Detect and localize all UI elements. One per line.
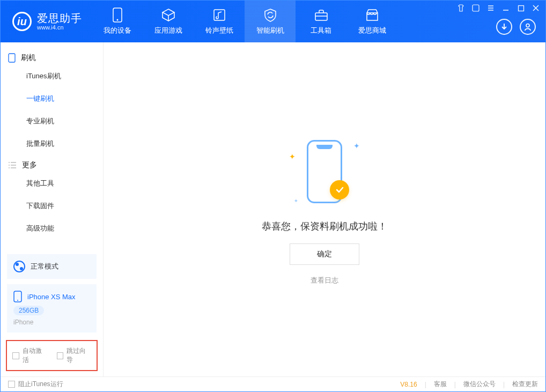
device-card[interactable]: iPhone XS Max 256GB iPhone [7,284,97,332]
download-button[interactable] [496,19,512,35]
list-icon [8,161,17,169]
flash-options: 自动激活 跳过向导 [6,340,98,371]
checkbox-icon [12,352,19,359]
block-itunes-checkbox[interactable]: 阻止iTunes运行 [8,380,63,389]
tab-store[interactable]: 爱思商城 [346,1,397,42]
app-subtitle: www.i4.cn [37,25,82,31]
refresh-shield-icon [263,8,278,23]
tab-flash[interactable]: 智能刷机 [245,1,296,42]
sidebar-item-batch-flash[interactable]: 批量刷机 [1,132,103,155]
check-badge-icon [330,180,349,199]
checkbox-icon [57,352,64,359]
main-content: ✦ ✦ + 恭喜您，保资料刷机成功啦！ 确定 查看日志 [104,42,545,376]
tab-apps[interactable]: 应用游戏 [143,1,194,42]
tab-ringtones[interactable]: 铃声壁纸 [194,1,245,42]
phone-icon [110,8,125,23]
svg-rect-5 [518,5,523,11]
tab-my-device[interactable]: 我的设备 [92,1,143,42]
window-controls [456,4,540,12]
mode-card[interactable]: 正常模式 [7,254,97,279]
sparkle-icon: + [294,198,298,204]
device-name: iPhone XS Max [27,293,76,301]
tab-label: 智能刷机 [256,26,284,35]
svg-point-9 [17,300,18,301]
store-icon [365,8,380,23]
tshirt-icon[interactable] [456,4,465,12]
toolbox-icon [314,8,329,23]
device-type: iPhone [13,319,90,326]
user-button[interactable] [520,19,536,35]
success-message: 恭喜您，保资料刷机成功啦！ [262,220,387,233]
svg-rect-2 [214,10,225,20]
capacity-badge: 256GB [13,306,44,315]
auto-activate-checkbox[interactable]: 自动激活 [12,346,47,365]
svg-rect-4 [473,5,479,11]
maximize-icon[interactable] [517,4,525,12]
mode-icon [13,261,25,272]
close-icon[interactable] [532,4,540,12]
mode-label: 正常模式 [31,262,58,271]
logo: iu 爱思助手 www.i4.cn [1,1,92,42]
app-header: iu 爱思助手 www.i4.cn 我的设备 应用游戏 铃声壁纸 智能刷机 工具… [1,1,545,42]
sidebar-item-advanced[interactable]: 高级功能 [1,217,103,240]
sidebar-item-download-firmware[interactable]: 下载固件 [1,195,103,217]
view-log-link[interactable]: 查看日志 [311,276,338,285]
sidebar-item-pro-flash[interactable]: 专业刷机 [1,110,103,132]
sidebar-item-itunes-flash[interactable]: iTunes刷机 [1,65,103,87]
feedback-icon[interactable] [471,4,480,12]
wechat-link[interactable]: 微信公众号 [463,380,496,389]
logo-icon: iu [12,12,32,31]
header-actions [496,19,536,35]
sidebar-item-other-tools[interactable]: 其他工具 [1,172,103,195]
sidebar-group-flash: 刷机 [1,48,103,65]
version-label: V8.16 [400,381,417,388]
sidebar-group-more: 更多 [1,155,103,172]
music-icon [212,8,227,23]
tab-label: 爱思商城 [358,26,386,35]
minimize-icon[interactable] [501,4,510,12]
sparkle-icon: ✦ [289,152,296,161]
main-tabs: 我的设备 应用游戏 铃声壁纸 智能刷机 工具箱 爱思商城 [92,1,397,42]
tab-label: 工具箱 [311,26,331,35]
menu-icon[interactable] [486,4,495,12]
svg-point-1 [116,19,118,21]
footer: 阻止iTunes运行 V8.16 | 客服 | 微信公众号 | 检查更新 [1,376,545,391]
tab-label: 铃声壁纸 [205,26,233,35]
sparkle-icon: ✦ [353,142,360,150]
svg-rect-3 [315,13,327,20]
svg-rect-7 [9,54,15,62]
phone-small-icon [8,53,16,63]
tab-label: 应用游戏 [154,26,182,35]
cube-icon [161,8,176,23]
tab-toolbox[interactable]: 工具箱 [296,1,346,42]
sidebar: 刷机 iTunes刷机 一键刷机 专业刷机 批量刷机 更多 其他工具 下载固件 … [1,42,104,376]
success-illustration: ✦ ✦ + [271,134,378,209]
skip-wizard-checkbox[interactable]: 跳过向导 [57,346,92,365]
svg-point-6 [526,24,529,27]
checkbox-icon [8,381,15,388]
device-panel: 正常模式 iPhone XS Max 256GB iPhone [1,249,103,338]
ok-button[interactable]: 确定 [290,243,359,265]
device-icon [13,291,22,302]
sidebar-item-oneclick-flash[interactable]: 一键刷机 [1,87,103,110]
tab-label: 我的设备 [104,26,131,35]
check-update-link[interactable]: 检查更新 [512,380,538,389]
app-title: 爱思助手 [37,13,82,24]
customer-service-link[interactable]: 客服 [434,380,447,389]
